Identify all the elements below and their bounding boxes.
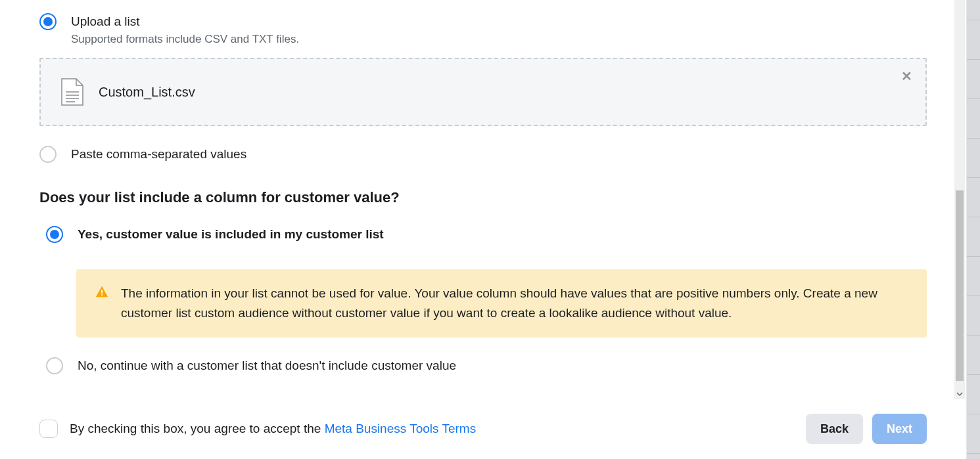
terms-text: By checking this box, you agree to accep… <box>70 422 476 436</box>
paste-values-label: Paste comma-separated values <box>71 146 246 163</box>
terms-link[interactable]: Meta Business Tools Terms <box>325 422 477 435</box>
upload-list-label: Upload a list <box>71 13 299 30</box>
terms-prefix: By checking this box, you agree to accep… <box>70 422 325 435</box>
customer-value-no-label: No, continue with a customer list that d… <box>78 357 456 374</box>
warning-icon <box>95 285 109 299</box>
upload-list-sublabel: Supported formats include CSV and TXT fi… <box>71 33 299 46</box>
upload-list-option[interactable]: Upload a list Supported formats include … <box>39 13 927 46</box>
customer-value-no-option[interactable]: No, continue with a customer list that d… <box>46 357 927 374</box>
scrollbar-thumb[interactable] <box>956 190 964 381</box>
radio-upload-list[interactable] <box>39 13 57 30</box>
radio-dot <box>43 17 53 26</box>
customer-value-yes-option[interactable]: Yes, customer value is included in my cu… <box>46 226 927 243</box>
radio-cv-no[interactable] <box>46 357 63 374</box>
back-button[interactable]: Back <box>806 414 863 444</box>
svg-rect-5 <box>101 294 103 295</box>
footer-bar: By checking this box, you agree to accep… <box>39 399 927 458</box>
radio-cv-yes[interactable] <box>46 226 63 243</box>
radio-dot <box>50 230 59 239</box>
radio-paste-values[interactable] <box>39 146 57 163</box>
uploaded-file-name: Custom_List.csv <box>99 85 195 100</box>
warning-text: The information in your list cannot be u… <box>121 284 908 323</box>
warning-banner: The information in your list cannot be u… <box>76 269 927 338</box>
customer-value-heading: Does your list include a column for cust… <box>39 189 927 206</box>
customer-value-yes-label: Yes, customer value is included in my cu… <box>78 226 384 243</box>
file-icon <box>60 77 84 106</box>
paste-values-option[interactable]: Paste comma-separated values <box>39 146 927 163</box>
terms-checkbox[interactable] <box>39 420 58 438</box>
background-strip <box>967 0 980 459</box>
file-dropzone[interactable]: Custom_List.csv ✕ <box>39 58 927 126</box>
svg-rect-4 <box>101 290 103 294</box>
scrollbar-track[interactable] <box>954 0 965 399</box>
remove-file-button[interactable]: ✕ <box>901 70 912 83</box>
next-button[interactable]: Next <box>872 414 927 444</box>
scrollbar-down-arrow[interactable] <box>954 389 965 399</box>
